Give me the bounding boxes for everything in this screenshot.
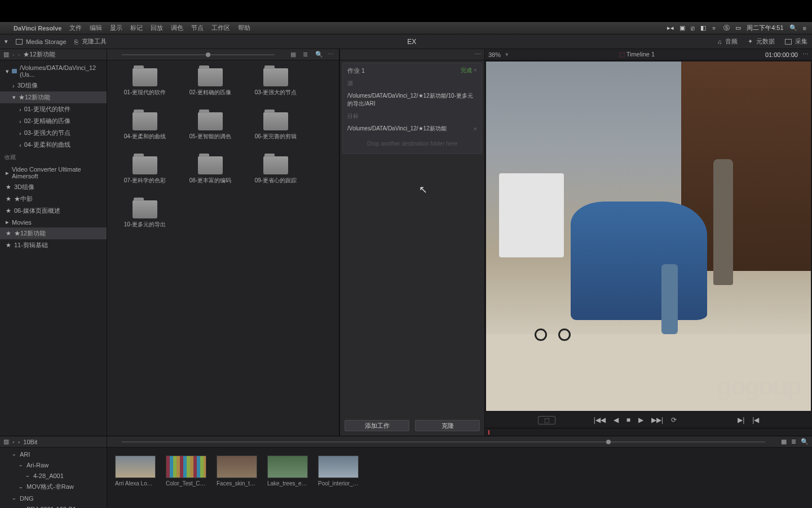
add-job-button[interactable]: 添加工作: [345, 420, 409, 431]
pool-path-bar: ▥ ‹ › 10Bit: [0, 436, 107, 448]
options-icon[interactable]: ⋯: [328, 51, 336, 59]
folder-item[interactable]: 03-更强大的节点: [245, 66, 307, 110]
capture-toggle[interactable]: 采集: [785, 37, 807, 46]
menu-node[interactable]: 节点: [191, 24, 204, 32]
favorite-item[interactable]: ★11-剪辑基础: [0, 239, 107, 251]
tree-item[interactable]: ›02-更精确的匹像: [0, 115, 107, 127]
clip-item[interactable]: Arri Alexa LogC 1...: [115, 456, 156, 487]
menu-edit[interactable]: 编辑: [90, 24, 102, 32]
viewer-canvas[interactable]: gogoup ▶|: [486, 62, 811, 411]
metadata-toggle[interactable]: ✦元数据: [748, 37, 775, 46]
folder-item[interactable]: 07-更科学的色彩: [114, 154, 176, 198]
fit-button[interactable]: ⬚: [538, 416, 555, 424]
folder-item[interactable]: 10-更多元的导出: [114, 198, 176, 242]
favorite-item[interactable]: ▸Movies: [0, 217, 107, 227]
list-view-icon[interactable]: ≣: [303, 51, 311, 59]
menu-mark[interactable]: 标记: [130, 24, 143, 32]
drop-hint[interactable]: Drop another destination folder here: [347, 137, 477, 150]
folder-icon: [133, 68, 157, 86]
clip-item[interactable]: Lake_trees_exteri...: [267, 456, 308, 487]
folder-item[interactable]: 06-更完善的剪辑: [245, 110, 307, 154]
clip-label: Pool_interior_Log...: [318, 480, 359, 487]
breadcrumb[interactable]: 10Bit: [23, 439, 37, 445]
tree-item[interactable]: ›3D组像: [0, 80, 107, 91]
favorite-item[interactable]: ★3D组像: [0, 181, 107, 193]
sidebar-toggle-icon[interactable]: ▥: [3, 438, 9, 445]
menu-view[interactable]: 显示: [110, 24, 122, 32]
menu-help[interactable]: 帮助: [238, 24, 250, 32]
menu-icon[interactable]: ≡: [803, 25, 806, 32]
pool-tree-item[interactable]: ⌄Ari-Raw: [0, 459, 107, 470]
clip-item[interactable]: Pool_interior_Log...: [318, 456, 359, 487]
loop-icon[interactable]: ⟳: [671, 416, 677, 424]
grid-view-icon[interactable]: ▦: [781, 438, 787, 445]
folder-item[interactable]: 09-更省心的跟踪: [245, 154, 307, 198]
clip-item[interactable]: Color_Test_Chart_...: [166, 456, 206, 487]
nav-back-icon[interactable]: ‹: [12, 439, 15, 444]
layout-toggle-icon[interactable]: ▾: [5, 38, 8, 45]
media-storage-toggle[interactable]: Media Storage: [16, 38, 67, 45]
folder-item[interactable]: 08-更丰富的编码: [179, 154, 241, 198]
scrub-bar[interactable]: [485, 428, 812, 436]
breadcrumb[interactable]: ★12新功能: [23, 50, 55, 59]
folder-item[interactable]: 02-更精确的匹像: [179, 66, 241, 110]
nav-fwd-icon[interactable]: ›: [18, 52, 20, 56]
nav-fwd-icon[interactable]: ›: [18, 439, 20, 444]
clone-job[interactable]: 作业 1完成 × 源 /Volumes/DATA/DaVinci_12/★12新…: [342, 63, 482, 154]
menu-file[interactable]: 文件: [69, 24, 82, 32]
pool-tree-item[interactable]: ⌄ARI: [0, 449, 107, 459]
timecode[interactable]: 01:00:00:00: [765, 51, 798, 58]
pool-tree-item[interactable]: ⌄MOV格式-非Raw: [0, 481, 107, 493]
favorite-item[interactable]: ★★中影: [0, 193, 107, 205]
search-icon[interactable]: 🔍: [801, 438, 809, 445]
tree-item[interactable]: ›01-更现代的软件: [0, 103, 107, 115]
tree-item[interactable]: ▾★12新功能: [0, 91, 107, 103]
folder-item[interactable]: 01-更现代的软件: [114, 66, 176, 110]
menu-playback[interactable]: 回放: [151, 24, 163, 32]
timeline-name[interactable]: Timeline 1: [626, 51, 655, 58]
playhead-icon[interactable]: [488, 430, 489, 435]
clone-tool-toggle[interactable]: ⎘克隆工具: [74, 37, 107, 46]
favorite-item[interactable]: ▸Video Converter Ultimate Aimersoft: [0, 164, 107, 181]
first-frame-icon[interactable]: |◀◀: [594, 416, 606, 424]
close-icon[interactable]: ×: [474, 67, 477, 73]
menu-workspace[interactable]: 工作区: [211, 24, 230, 32]
volume-item[interactable]: ▾/Volumes/DATA/DaVinci_12 (Us...: [0, 63, 107, 80]
pool-tree-item[interactable]: ⌄PRJ-0001-163-B1: [0, 503, 107, 508]
sidebar-toggle-icon[interactable]: ▥: [3, 51, 9, 58]
stop-icon[interactable]: ■: [626, 416, 630, 424]
next-edit-icon[interactable]: |◀: [752, 416, 759, 424]
app-name[interactable]: DaVinci Resolve: [14, 25, 61, 32]
tree-item[interactable]: ›04-更柔和的曲线: [0, 139, 107, 151]
nav-back-icon[interactable]: ‹: [12, 52, 15, 56]
zoom-level[interactable]: 38%: [488, 51, 501, 58]
folder-item[interactable]: 04-更柔和的曲线: [114, 110, 176, 154]
search-icon[interactable]: 🔍: [315, 51, 323, 59]
spotlight-icon[interactable]: 🔍: [789, 24, 797, 32]
folder-grid[interactable]: 01-更现代的软件02-更精确的匹像03-更强大的节点04-更柔和的曲线05-更…: [107, 60, 339, 436]
thumbnail-size-slider[interactable]: [122, 441, 765, 443]
menu-color[interactable]: 调色: [171, 24, 183, 32]
clip-item[interactable]: Faces_skin_tone_...: [217, 456, 257, 487]
options-icon[interactable]: ⋯: [802, 51, 809, 58]
thumbnail-size-slider[interactable]: [122, 54, 275, 55]
list-view-icon[interactable]: ≣: [791, 438, 796, 445]
folder-icon: [133, 200, 157, 218]
grid-view-icon[interactable]: ▦: [290, 51, 298, 59]
audio-toggle[interactable]: ♫音频: [717, 37, 738, 46]
remove-dest-icon[interactable]: ×: [474, 125, 477, 132]
pool-tree-item[interactable]: ⌄DNG: [0, 493, 107, 503]
play-reverse-icon[interactable]: ◀: [614, 416, 619, 424]
favorite-item[interactable]: ★06-媒体页面概述: [0, 205, 107, 217]
last-frame-icon[interactable]: ▶▶|: [651, 416, 663, 424]
folder-item[interactable]: 05-更智能的调色: [179, 110, 241, 154]
play-icon[interactable]: ▶: [638, 416, 643, 424]
favorites-heading: 收藏: [0, 151, 107, 164]
tree-item[interactable]: ›03-更强大的节点: [0, 127, 107, 139]
pool-tree-item[interactable]: ⌄4-28_A001: [0, 470, 107, 481]
options-icon[interactable]: ⋯: [475, 51, 481, 58]
prev-edit-icon[interactable]: ▶|: [738, 416, 744, 424]
clip-grid[interactable]: Arri Alexa LogC 1...Color_Test_Chart_...…: [107, 448, 812, 508]
favorite-item[interactable]: ★★12新功能: [0, 227, 107, 239]
clone-button[interactable]: 克隆: [415, 420, 480, 431]
